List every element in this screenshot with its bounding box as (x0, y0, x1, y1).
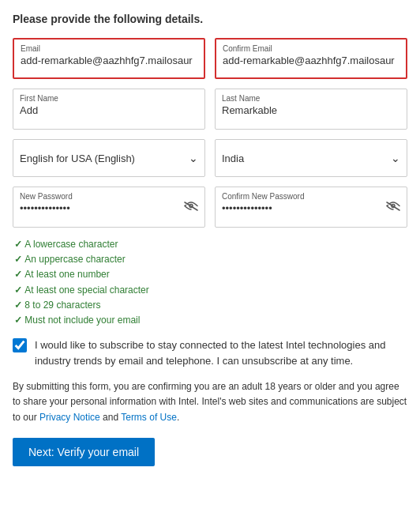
confirm-password-toggle-icon[interactable] (386, 200, 400, 214)
email-label: Email (21, 44, 197, 53)
page-title: Please provide the following details. (13, 13, 407, 25)
subscribe-checkbox[interactable] (13, 338, 27, 352)
last-name-field-container: Last Name (215, 89, 407, 130)
new-password-field-container: New Password (13, 187, 205, 228)
legal-text: By submitting this form, you are confirm… (13, 379, 407, 425)
email-input[interactable] (21, 55, 197, 66)
first-name-input[interactable] (20, 104, 198, 116)
last-name-label: Last Name (222, 94, 400, 103)
email-field-container: Email (13, 38, 205, 79)
first-name-label: First Name (20, 94, 198, 103)
email-row: Email Confirm Email (13, 38, 407, 79)
subscribe-row: I would like to subscribe to stay connec… (13, 337, 407, 368)
country-select[interactable]: India ⌄ (215, 139, 407, 177)
submit-button[interactable]: Next: Verify your email (13, 438, 155, 466)
hint-email: Must not include your email (14, 313, 407, 328)
country-chevron-icon: ⌄ (391, 152, 400, 164)
first-name-field-container: First Name (13, 89, 205, 130)
language-chevron-icon: ⌄ (189, 152, 198, 164)
legal-text-after: . (177, 412, 179, 423)
new-password-label: New Password (20, 192, 198, 201)
confirm-email-label: Confirm Email (223, 44, 399, 53)
confirm-email-field-container: Confirm Email (215, 38, 407, 79)
locale-row: English for USA (English) ⌄ India ⌄ (13, 139, 407, 177)
privacy-notice-link[interactable]: Privacy Notice (39, 412, 100, 423)
hint-special: At least one special character (14, 283, 407, 298)
name-row: First Name Last Name (13, 89, 407, 130)
hint-length: 8 to 29 characters (14, 298, 407, 313)
password-toggle-icon[interactable] (184, 200, 198, 214)
country-value: India (222, 153, 244, 164)
last-name-input[interactable] (222, 104, 400, 116)
terms-of-use-link[interactable]: Terms of Use (121, 412, 177, 423)
password-hints: A lowercase character An uppercase chara… (13, 237, 407, 328)
confirm-email-input[interactable] (223, 55, 399, 66)
hint-number: At least one number (14, 267, 407, 282)
new-password-input[interactable] (20, 202, 198, 214)
language-select[interactable]: English for USA (English) ⌄ (13, 139, 205, 177)
confirm-password-field-container: Confirm New Password (215, 187, 407, 228)
hint-lowercase: A lowercase character (14, 237, 407, 252)
language-value: English for USA (English) (20, 153, 135, 164)
password-row: New Password Confirm New Password (13, 187, 407, 228)
subscribe-label: I would like to subscribe to stay connec… (35, 337, 407, 368)
confirm-password-label: Confirm New Password (222, 192, 400, 201)
legal-text-middle: and (100, 412, 121, 423)
hint-uppercase: An uppercase character (14, 252, 407, 267)
confirm-password-input[interactable] (222, 202, 400, 214)
